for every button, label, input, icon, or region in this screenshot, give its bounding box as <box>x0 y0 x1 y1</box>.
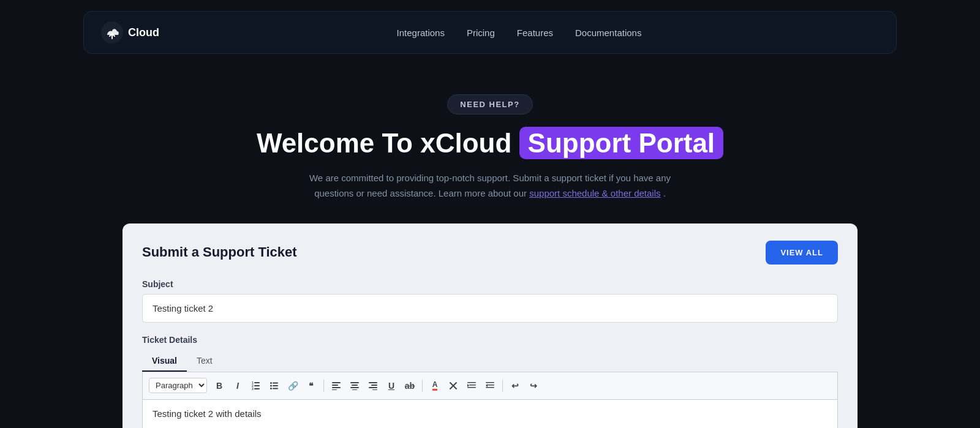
italic-button[interactable]: I <box>229 377 246 394</box>
align-left-icon <box>332 381 341 390</box>
align-right-icon <box>369 381 377 390</box>
svg-rect-24 <box>372 389 377 390</box>
svg-text:3: 3 <box>252 387 254 390</box>
editor-content[interactable]: Testing ticket 2 with details <box>142 400 838 428</box>
svg-rect-3 <box>254 388 260 389</box>
text-color-icon: A <box>432 380 438 391</box>
subject-label: Subject <box>142 279 838 289</box>
svg-rect-25 <box>467 382 476 383</box>
toolbar-divider-3 <box>502 380 503 392</box>
svg-rect-14 <box>332 385 338 386</box>
underline-button[interactable]: U <box>383 377 400 394</box>
svg-rect-13 <box>332 382 341 383</box>
svg-rect-31 <box>486 387 494 388</box>
hero-subtitle: We are committed to providing top-notch … <box>294 170 686 201</box>
toolbar-divider-1 <box>323 380 324 392</box>
align-center-icon <box>350 381 359 390</box>
view-all-button[interactable]: VIEW ALL <box>766 241 838 265</box>
text-color-button[interactable]: A <box>426 377 443 394</box>
nav-documentations[interactable]: Documentations <box>575 28 641 38</box>
svg-rect-10 <box>273 385 278 386</box>
editor-toolbar: Paragraph B I 1 2 3 <box>142 372 838 400</box>
svg-point-11 <box>270 388 272 389</box>
nav-features[interactable]: Features <box>517 28 553 38</box>
svg-rect-12 <box>273 388 278 389</box>
editor-tabs: Visual Text <box>142 351 838 372</box>
form-card: Submit a Support Ticket VIEW ALL Subject… <box>123 223 858 428</box>
navbar: Cloud Integrations Pricing Features Docu… <box>83 11 897 54</box>
svg-rect-27 <box>467 387 476 388</box>
blockquote-button[interactable]: ❝ <box>303 377 320 394</box>
tab-text[interactable]: Text <box>187 351 222 372</box>
svg-point-9 <box>270 385 272 386</box>
ordered-list-button[interactable]: 1 2 3 <box>247 377 265 394</box>
clear-format-button[interactable] <box>445 377 462 394</box>
svg-rect-22 <box>371 385 377 386</box>
logo-icon <box>101 21 123 43</box>
toolbar-divider-2 <box>422 380 423 392</box>
logo[interactable]: Cloud <box>101 21 159 43</box>
align-center-button[interactable] <box>346 377 363 394</box>
svg-rect-8 <box>273 382 278 383</box>
svg-rect-29 <box>486 382 494 383</box>
tab-visual[interactable]: Visual <box>142 351 187 372</box>
form-card-title: Submit a Support Ticket <box>142 244 297 260</box>
ticket-details-label: Ticket Details <box>142 335 838 345</box>
nav-integrations[interactable]: Integrations <box>397 28 445 38</box>
svg-marker-32 <box>486 384 488 387</box>
svg-rect-23 <box>369 387 377 388</box>
form-card-header: Submit a Support Ticket VIEW ALL <box>142 241 838 265</box>
navbar-links: Integrations Pricing Features Documentat… <box>397 28 642 38</box>
outdent-button[interactable] <box>481 377 499 394</box>
hero-subtitle-suffix: . <box>663 188 666 198</box>
subject-input[interactable] <box>142 294 838 323</box>
unordered-list-button[interactable] <box>266 377 283 394</box>
hero-title: Welcome To xCloud Support Portal <box>10 128 970 159</box>
bold-button[interactable]: B <box>211 377 228 394</box>
hero-subtitle-link[interactable]: support schedule & other details <box>529 188 660 198</box>
editor-text: Testing ticket 2 with details <box>153 408 262 419</box>
hero-title-highlight: Support Portal <box>519 127 724 159</box>
svg-rect-19 <box>350 387 359 388</box>
svg-rect-21 <box>369 382 377 383</box>
svg-rect-2 <box>254 385 260 386</box>
clear-format-icon <box>449 381 458 390</box>
svg-rect-1 <box>254 382 260 383</box>
svg-point-7 <box>270 382 272 384</box>
svg-rect-20 <box>352 389 357 390</box>
indent-icon <box>467 381 476 390</box>
strikethrough-button[interactable]: ab <box>401 377 418 394</box>
ordered-list-icon: 1 2 3 <box>252 381 260 390</box>
svg-rect-18 <box>352 385 358 386</box>
svg-rect-26 <box>469 385 476 386</box>
svg-marker-28 <box>467 384 469 387</box>
nav-pricing[interactable]: Pricing <box>467 28 495 38</box>
paragraph-select[interactable]: Paragraph <box>149 378 207 393</box>
svg-rect-15 <box>332 387 341 388</box>
indent-button[interactable] <box>463 377 480 394</box>
link-button[interactable]: 🔗 <box>284 377 301 394</box>
hero-section: NEED HELP? Welcome To xCloud Support Por… <box>0 65 980 223</box>
unordered-list-icon <box>270 381 279 390</box>
svg-rect-30 <box>488 385 494 386</box>
align-right-button[interactable] <box>364 377 382 394</box>
redo-button[interactable]: ↪ <box>525 377 542 394</box>
undo-button[interactable]: ↩ <box>507 377 524 394</box>
logo-text: Cloud <box>128 26 159 39</box>
svg-rect-17 <box>350 382 359 383</box>
svg-rect-16 <box>332 389 337 390</box>
align-left-button[interactable] <box>328 377 345 394</box>
hero-title-prefix: Welcome To xCloud <box>257 128 511 158</box>
need-help-badge: NEED HELP? <box>447 94 532 115</box>
outdent-icon <box>486 381 494 390</box>
